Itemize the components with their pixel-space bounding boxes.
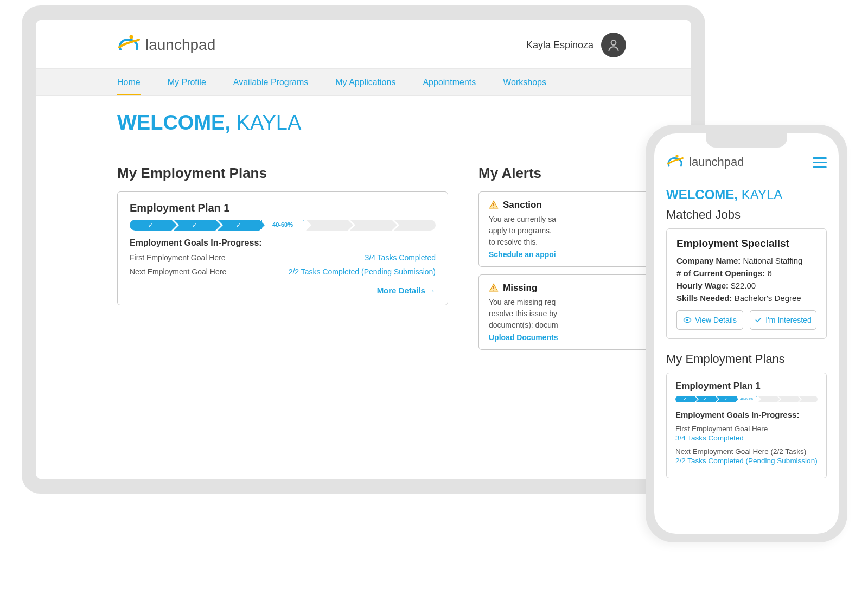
goal-name: Next Employment Goal Here — [130, 267, 226, 276]
nav-appointments[interactable]: Appointments — [423, 69, 476, 95]
more-details-link[interactable]: More Details → — [130, 286, 436, 295]
goals-heading-mobile: Employment Goals In-Progress: — [675, 410, 818, 419]
hamburger-menu-icon[interactable] — [813, 157, 827, 168]
primary-nav: Home My Profile Available Programs My Ap… — [36, 68, 691, 96]
plans-section-title: My Employment Plans — [117, 165, 448, 182]
alert-card-sanction: Sanction You are currently sa apply to p… — [478, 191, 674, 267]
brand-logo-mobile[interactable]: launchpad — [666, 154, 744, 170]
nav-home[interactable]: Home — [117, 69, 141, 95]
launchpad-mark-icon — [666, 154, 685, 170]
matched-job-card: Employment Specialist Company Name: Nati… — [666, 228, 827, 339]
desktop-device-frame: launchpad Kayla Espinoza Home My Profile… — [22, 5, 705, 494]
progress-step — [778, 396, 797, 402]
eye-icon — [683, 316, 692, 324]
alert-action-link[interactable]: Upload Documents — [489, 333, 663, 342]
progress-step-7 — [394, 220, 436, 231]
progress-step — [799, 396, 818, 402]
nav-my-profile[interactable]: My Profile — [168, 69, 206, 95]
welcome-word: WELCOME, — [666, 187, 738, 202]
welcome-word: WELCOME, — [117, 111, 231, 134]
phone-device-frame: launchpad WELCOME, KAYLA Matched Jobs Em… — [646, 125, 847, 542]
progress-step — [758, 396, 777, 402]
employment-plan-card-mobile: Employment Plan 1 ✓ ✓ ✓ 40-60% Employmen… — [666, 373, 827, 478]
welcome-heading-mobile: WELCOME, KAYLA — [666, 187, 827, 202]
brand-logo[interactable]: launchpad — [117, 34, 215, 56]
goal-status[interactable]: 3/4 Tasks Completed — [365, 253, 436, 262]
warning-icon — [489, 200, 499, 210]
goal-status[interactable]: 2/2 Tasks Completed (Pending Submission) — [289, 267, 436, 276]
alert-body-line: You are currently sa — [489, 214, 663, 225]
job-wage-line: Hourly Wage: $22.00 — [676, 281, 816, 290]
nav-workshops[interactable]: Workshops — [503, 69, 546, 95]
plans-column: My Employment Plans Employment Plan 1 ✓ … — [117, 165, 448, 357]
warning-icon — [489, 283, 499, 293]
welcome-user: KAYLA — [742, 187, 783, 202]
alert-title: Missing — [503, 283, 537, 293]
employment-plan-card: Employment Plan 1 ✓ ✓ ✓ 40-60% Employmen… — [117, 191, 448, 305]
alert-body-line: apply to programs. — [489, 225, 663, 236]
svg-point-1 — [611, 40, 616, 45]
brand-name: launchpad — [145, 36, 215, 54]
svg-rect-5 — [493, 290, 494, 291]
launchpad-mark-icon — [117, 34, 141, 56]
alert-action-link[interactable]: Schedule an appoi — [489, 250, 663, 259]
progress-step: ✓ — [675, 396, 694, 402]
job-openings-line: # of Current Openings: 6 — [676, 268, 816, 278]
user-name-label: Kayla Espinoza — [526, 40, 593, 51]
job-company-line: Company Name: National Staffing — [676, 256, 816, 265]
plan-progress-bar-mobile: ✓ ✓ ✓ 40-60% — [675, 396, 818, 402]
progress-step: ✓ — [695, 396, 714, 402]
alert-body-line: document(s): docum — [489, 319, 663, 331]
progress-step-current: 40-60% — [736, 396, 756, 401]
alert-body-line: to resolve this. — [489, 236, 663, 248]
desktop-content: My Employment Plans Employment Plan 1 ✓ … — [36, 150, 691, 357]
svg-point-6 — [675, 155, 678, 157]
alert-title: Sanction — [503, 200, 542, 210]
welcome-heading: WELCOME, KAYLA — [117, 111, 691, 135]
view-details-button[interactable]: View Details — [676, 310, 743, 330]
alert-card-missing: Missing You are missing req resolve this… — [478, 274, 674, 350]
progress-step-1: ✓ — [130, 220, 171, 231]
brand-name-mobile: launchpad — [689, 155, 744, 169]
job-title: Employment Specialist — [676, 238, 816, 250]
svg-rect-4 — [493, 286, 494, 289]
progress-step-6 — [350, 220, 392, 231]
goal-name: Next Employment Goal Here (2/2 Tasks) — [675, 447, 818, 456]
goal-status[interactable]: 3/4 Tasks Completed — [675, 434, 818, 442]
desktop-screen: launchpad Kayla Espinoza Home My Profile… — [36, 20, 691, 479]
desktop-header: launchpad Kayla Espinoza — [36, 20, 691, 68]
svg-rect-2 — [493, 203, 494, 206]
svg-point-0 — [130, 35, 133, 39]
mobile-content: WELCOME, KAYLA Matched Jobs Employment S… — [654, 178, 839, 534]
phone-screen: launchpad WELCOME, KAYLA Matched Jobs Em… — [654, 133, 839, 534]
nav-available-programs[interactable]: Available Programs — [233, 69, 308, 95]
alert-body-line: resolve this issue by — [489, 308, 663, 319]
goals-heading: Employment Goals In-Progress: — [130, 238, 436, 248]
phone-notch — [706, 133, 787, 148]
goal-name: First Employment Goal Here — [675, 425, 818, 433]
alerts-column: My Alerts Sanction You are currently sa … — [478, 165, 674, 357]
svg-point-7 — [686, 319, 688, 321]
progress-step: ✓ — [716, 396, 735, 402]
nav-my-applications[interactable]: My Applications — [335, 69, 395, 95]
progress-step-4: 40-60% — [261, 220, 304, 229]
alert-body-line: You are missing req — [489, 297, 663, 308]
progress-step-5 — [306, 220, 348, 231]
goal-name: First Employment Goal Here — [130, 253, 226, 262]
plan-progress-bar: ✓ ✓ ✓ 40-60% — [130, 220, 436, 231]
plan-title: Employment Plan 1 — [130, 202, 436, 214]
svg-rect-3 — [493, 207, 494, 208]
welcome-user: KAYLA — [237, 111, 302, 134]
interested-button[interactable]: I'm Interested — [750, 310, 816, 330]
progress-step-2: ✓ — [174, 220, 215, 231]
check-icon — [755, 316, 762, 324]
goal-row: First Employment Goal Here 3/4 Tasks Com… — [130, 253, 436, 262]
plan-title-mobile: Employment Plan 1 — [675, 381, 818, 392]
matched-jobs-title: Matched Jobs — [666, 208, 827, 222]
plans-title-mobile: My Employment Plans — [666, 352, 827, 366]
alerts-section-title: My Alerts — [478, 165, 674, 182]
avatar-icon — [601, 33, 626, 57]
goal-status[interactable]: 2/2 Tasks Completed (Pending Submission) — [675, 457, 818, 465]
goal-row: Next Employment Goal Here 2/2 Tasks Comp… — [130, 267, 436, 276]
user-menu[interactable]: Kayla Espinoza — [526, 33, 626, 57]
